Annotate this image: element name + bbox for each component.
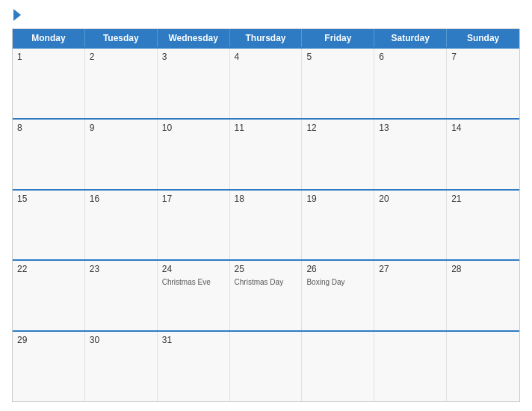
day-number: 21	[451, 194, 515, 204]
day-cell-28: 28	[447, 261, 519, 330]
day-number: 25	[235, 264, 297, 274]
day-cell-33	[302, 332, 374, 401]
day-cell-30: 30	[85, 332, 158, 401]
day-cell-25: 25Christmas Day	[230, 261, 303, 330]
day-event: Boxing Day	[306, 277, 369, 287]
day-cell-12: 12	[302, 120, 374, 189]
col-saturday: Saturday	[374, 29, 447, 47]
day-number: 19	[306, 194, 369, 204]
day-cell-24: 24Christmas Eve	[158, 261, 230, 330]
day-number: 14	[451, 123, 515, 133]
day-cell-3: 3	[158, 49, 230, 118]
day-cell-31: 31	[158, 332, 230, 401]
col-friday: Friday	[302, 29, 374, 47]
page-header	[12, 9, 520, 22]
day-cell-14: 14	[447, 120, 519, 189]
day-number: 11	[235, 123, 297, 133]
col-sunday: Sunday	[447, 29, 519, 47]
day-cell-18: 18	[230, 191, 303, 260]
day-number: 18	[235, 194, 297, 204]
week-row-1: 1234567	[13, 47, 519, 118]
day-cell-1: 1	[13, 49, 85, 118]
day-number: 17	[162, 194, 225, 204]
calendar-header: Monday Tuesday Wednesday Thursday Friday…	[13, 29, 519, 47]
day-number: 13	[379, 123, 442, 133]
day-number: 10	[162, 123, 225, 133]
day-cell-35	[447, 332, 519, 401]
day-cell-29: 29	[13, 332, 85, 401]
col-wednesday: Wednesday	[158, 29, 230, 47]
week-row-5: 293031	[13, 330, 519, 401]
logo	[12, 9, 21, 22]
day-number: 28	[451, 264, 515, 274]
day-number: 6	[379, 52, 442, 62]
day-cell-9: 9	[85, 120, 158, 189]
day-number: 15	[17, 194, 80, 204]
logo-triangle-icon	[13, 9, 21, 21]
calendar-grid: Monday Tuesday Wednesday Thursday Friday…	[12, 28, 520, 402]
day-cell-26: 26Boxing Day	[302, 261, 374, 330]
day-number: 16	[90, 194, 152, 204]
calendar-page: Monday Tuesday Wednesday Thursday Friday…	[0, 0, 532, 411]
day-cell-20: 20	[374, 191, 447, 260]
day-number: 8	[17, 123, 80, 133]
day-cell-15: 15	[13, 191, 85, 260]
col-tuesday: Tuesday	[85, 29, 158, 47]
day-cell-10: 10	[158, 120, 230, 189]
day-number: 5	[306, 52, 369, 62]
day-event: Christmas Eve	[162, 277, 225, 287]
day-cell-13: 13	[374, 120, 447, 189]
day-number: 22	[17, 264, 80, 274]
day-number: 27	[379, 264, 442, 274]
day-number: 2	[90, 52, 152, 62]
day-cell-27: 27	[374, 261, 447, 330]
day-cell-4: 4	[230, 49, 303, 118]
day-number: 30	[90, 335, 152, 345]
week-row-2: 891011121314	[13, 118, 519, 189]
day-cell-17: 17	[158, 191, 230, 260]
day-number: 7	[451, 52, 515, 62]
day-cell-5: 5	[302, 49, 374, 118]
day-cell-7: 7	[447, 49, 519, 118]
col-monday: Monday	[13, 29, 85, 47]
day-cell-16: 16	[85, 191, 158, 260]
day-cell-22: 22	[13, 261, 85, 330]
day-cell-32	[230, 332, 303, 401]
calendar-body: 123456789101112131415161718192021222324C…	[13, 47, 519, 401]
day-cell-8: 8	[13, 120, 85, 189]
day-cell-19: 19	[302, 191, 374, 260]
day-number: 20	[379, 194, 442, 204]
day-cell-2: 2	[85, 49, 158, 118]
day-cell-21: 21	[447, 191, 519, 260]
day-cell-6: 6	[374, 49, 447, 118]
day-cell-23: 23	[85, 261, 158, 330]
day-cell-34	[374, 332, 447, 401]
day-event: Christmas Day	[235, 277, 297, 287]
day-number: 9	[90, 123, 152, 133]
col-thursday: Thursday	[230, 29, 303, 47]
week-row-4: 222324Christmas Eve25Christmas Day26Boxi…	[13, 259, 519, 330]
day-number: 23	[90, 264, 152, 274]
day-number: 4	[235, 52, 297, 62]
day-number: 26	[306, 264, 369, 274]
day-number: 12	[306, 123, 369, 133]
day-number: 31	[162, 335, 225, 345]
day-number: 29	[17, 335, 80, 345]
day-number: 3	[162, 52, 225, 62]
day-number: 1	[17, 52, 80, 62]
day-cell-11: 11	[230, 120, 303, 189]
day-number: 24	[162, 264, 225, 274]
week-row-3: 15161718192021	[13, 189, 519, 260]
